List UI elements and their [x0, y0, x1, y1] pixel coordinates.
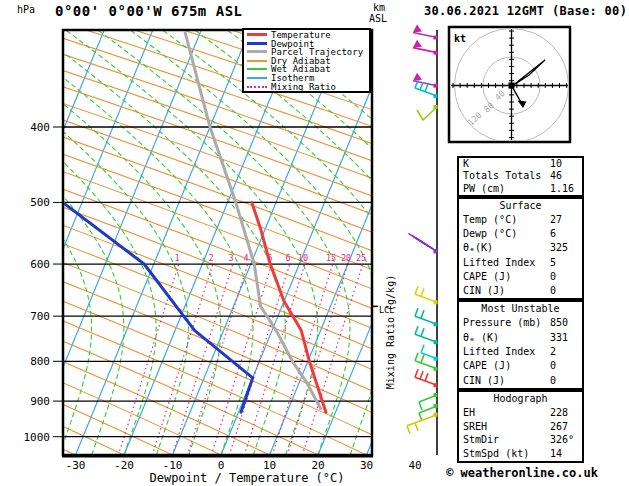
row-label: CIN (J) [463, 285, 505, 296]
legend-swatch-dry-adiabat [247, 60, 267, 62]
row-value: 1.16 [550, 183, 574, 195]
table-row: Lifted Index5 [459, 256, 582, 270]
hodograph-panel: 4080120kt [426, 0, 597, 171]
legend-swatch-parcel-trajectory [247, 50, 267, 53]
row-value: 267 [550, 420, 568, 434]
wind-barb [413, 25, 438, 40]
skewt-sounding-page: { "header": { "pressure_unit": "hPa", "t… [0, 0, 629, 486]
svg-text:600: 600 [30, 258, 50, 271]
mixing-ratio-axis-label: Mixing Ratio (g/kg) [385, 275, 396, 389]
wind-barb-axis [407, 25, 438, 455]
wind-barb [407, 413, 438, 434]
row-label: SREH [463, 421, 487, 432]
legend-item: Mixing Ratio [247, 83, 369, 92]
svg-text:10: 10 [298, 253, 308, 263]
svg-text:1: 1 [174, 253, 179, 263]
row-value: 0 [550, 359, 556, 373]
svg-text:400: 400 [30, 121, 50, 134]
row-value: 0 [550, 270, 556, 284]
datetime-label: 30.06.2021 12GMT (Base: 00) [424, 4, 627, 18]
row-label: θₑ (K) [463, 332, 499, 343]
legend-label: Mixing Ratio [271, 82, 336, 92]
svg-text:-30: -30 [66, 459, 86, 472]
svg-text:20: 20 [341, 253, 351, 263]
table-header: Surface [459, 199, 582, 213]
svg-text:1000: 1000 [24, 431, 51, 444]
wind-barb [415, 286, 438, 304]
row-value: 27 [550, 213, 562, 227]
row-value: 0 [550, 284, 556, 298]
svg-text:3: 3 [228, 253, 233, 263]
svg-text:40: 40 [408, 459, 421, 472]
hodograph-unit-label: kt [454, 33, 466, 44]
row-label: StmDir [463, 434, 499, 445]
table-row: Pressure (mb)850 [459, 316, 582, 330]
row-value: 10 [550, 158, 562, 170]
table-hodograph: HodographEH228SREH267StmDir326°StmSpd (k… [457, 390, 584, 463]
credit-footer: © weatheronline.co.uk [428, 466, 616, 480]
row-label: Lifted Index [463, 346, 535, 357]
svg-text:900: 900 [30, 395, 50, 408]
legend: TemperatureDewpointParcel TrajectoryDry … [242, 28, 371, 93]
table-row: CIN (J)0 [459, 374, 582, 388]
row-label: K [463, 158, 469, 169]
row-label: Temp (°C) [463, 214, 517, 225]
svg-text:-20: -20 [114, 459, 134, 472]
row-label: EH [463, 407, 475, 418]
row-label: CAPE (J) [463, 360, 511, 371]
table-row: CAPE (J)0 [459, 270, 582, 284]
legend-swatch-dewpoint [247, 42, 267, 45]
table-most-unstable: Most UnstablePressure (mb)850θₑ (K)331Li… [457, 300, 584, 390]
lcl-marker: LCL [372, 305, 394, 315]
table-row: Totals Totals46 [459, 170, 582, 182]
row-label: Pressure (mb) [463, 317, 541, 328]
svg-text:LCL: LCL [379, 305, 394, 315]
legend-swatch-mixing-ratio [247, 86, 267, 88]
svg-text:6: 6 [285, 253, 290, 263]
row-value: 850 [550, 316, 568, 330]
row-label: Totals Totals [463, 170, 541, 181]
legend-swatch-wet-adiabat [247, 68, 267, 70]
wind-barb [417, 105, 438, 120]
table-row: StmDir326° [459, 433, 582, 447]
row-label: CAPE (J) [463, 271, 511, 282]
altitude-axis-unit-asl: ASL [369, 13, 387, 24]
row-value: 6 [550, 227, 556, 241]
table-indices: K10Totals Totals46PW (cm)1.16 [457, 156, 584, 197]
row-value: 5 [550, 256, 556, 270]
page-title: 0°00' 0°00'W 675m ASL [55, 3, 243, 19]
row-label: Dewp (°C) [463, 228, 517, 239]
wind-barb [413, 40, 438, 55]
row-label: StmSpd (kt) [463, 448, 529, 459]
svg-text:15: 15 [326, 253, 336, 263]
row-value: 0 [550, 374, 556, 388]
svg-text:30: 30 [360, 459, 373, 472]
table-row: Dewp (°C)6 [459, 227, 582, 241]
row-label: θₑ(K) [463, 242, 493, 253]
table-row: CAPE (J)0 [459, 359, 582, 373]
wind-barb [415, 326, 438, 344]
wind-barb [415, 369, 438, 387]
wind-barb [408, 233, 437, 253]
row-value: 228 [550, 406, 568, 420]
table-row: StmSpd (kt)14 [459, 447, 582, 461]
row-label: CIN (J) [463, 375, 505, 386]
table-surface: SurfaceTemp (°C)27Dewp (°C)6θₑ(K)325Lift… [457, 197, 584, 300]
pressure-axis-unit: hPa [17, 4, 35, 15]
table-row: PW (cm)1.16 [459, 183, 582, 195]
table-row: Lifted Index2 [459, 345, 582, 359]
row-label: Lifted Index [463, 257, 535, 268]
row-label: PW (cm) [463, 183, 505, 194]
table-row: θₑ (K)331 [459, 331, 582, 345]
row-value: 331 [550, 331, 568, 345]
row-value: 14 [550, 447, 562, 461]
svg-text:4: 4 [243, 253, 248, 263]
table-row: Temp (°C)27 [459, 213, 582, 227]
table-row: SREH267 [459, 420, 582, 434]
altitude-axis-unit-km: km [373, 2, 385, 13]
row-value: 46 [550, 170, 562, 182]
wind-barb [415, 308, 438, 326]
svg-text:500: 500 [30, 196, 50, 209]
table-header: Hodograph [459, 392, 582, 406]
table-row: θₑ(K)325 [459, 241, 582, 255]
